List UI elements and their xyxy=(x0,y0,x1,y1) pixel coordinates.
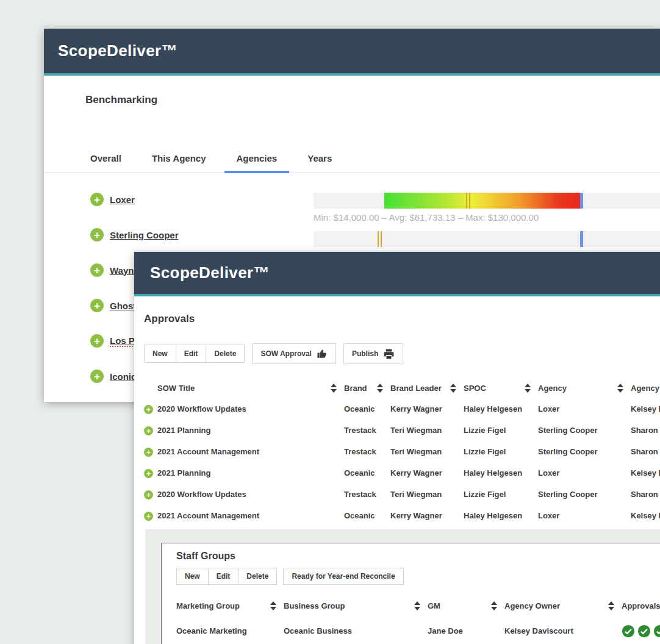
benchmark-caption: Min: $14,000.00 – Avg: $61,733.13 – Max:… xyxy=(314,209,660,227)
tab[interactable]: Overall xyxy=(78,153,134,173)
benchmark-track xyxy=(314,231,660,247)
cell-brand-leader: Kerry Wagner xyxy=(390,511,464,520)
column-header-approvals[interactable]: Approvals xyxy=(622,601,660,610)
expand-plus-icon[interactable]: + xyxy=(90,263,104,277)
agency-link[interactable]: Iconic xyxy=(110,371,136,382)
table-row[interactable]: + 2020 Workflow Updates Trestack Teri Wi… xyxy=(144,484,660,505)
max-marker xyxy=(580,231,583,247)
expand-plus-icon[interactable]: + xyxy=(144,469,153,478)
expand-plus-icon[interactable]: + xyxy=(90,299,104,312)
expand-plus-icon[interactable]: + xyxy=(144,405,153,414)
staff-groups-table: Marketing Group Business Group GM Agency… xyxy=(176,596,660,644)
cell-spoc: Lizzie Figel xyxy=(464,490,538,499)
expand-plus-icon[interactable]: + xyxy=(90,228,104,242)
cell-brand-leader: Teri Wiegman xyxy=(390,426,464,435)
cell-brand-leader: Teri Wiegman xyxy=(390,490,464,499)
delete-button[interactable]: Delete xyxy=(238,568,277,585)
approvals-table: SOW Title Brand Brand Leader SPOC Agency… xyxy=(144,380,660,526)
table-row[interactable]: + 2021 Planning Trestack Teri Wiegman Li… xyxy=(144,420,660,441)
column-header-gm[interactable]: GM xyxy=(428,601,504,610)
check-circle-icon xyxy=(622,624,635,638)
app-title: ScopeDeliver™ xyxy=(44,41,178,60)
agency-link[interactable]: Loxer xyxy=(110,195,135,205)
approvals-window: ScopeDeliver™ Approvals New Edit Delete … xyxy=(134,252,660,644)
cell-agency-leader: Sharon Evans xyxy=(631,447,660,456)
sort-icon[interactable] xyxy=(414,601,420,610)
sort-icon[interactable] xyxy=(450,384,456,393)
sort-icon[interactable] xyxy=(525,384,531,393)
cell-brand: Trestack xyxy=(344,426,390,435)
edit-button[interactable]: Edit xyxy=(176,345,207,363)
check-circle-icon xyxy=(637,624,651,638)
expand-plus-icon[interactable]: + xyxy=(90,334,104,348)
table-row[interactable]: + 2020 Workflow Updates Oceanic Kerry Wa… xyxy=(144,398,660,420)
cell-sow-title: 2020 Workflow Updates xyxy=(157,404,344,413)
cell-spoc: Haley Helgesen xyxy=(464,404,538,413)
cell-brand: Oceanic xyxy=(344,404,390,413)
cell-agency: Loxer xyxy=(538,468,631,478)
table-row[interactable]: Trestack Marketing Trestack Business Joh… xyxy=(176,641,660,644)
expand-plus-icon[interactable]: + xyxy=(144,448,153,457)
staff-groups-section: Staff Groups New Edit Delete Ready for Y… xyxy=(145,529,660,644)
tab[interactable]: This Agency xyxy=(140,153,218,173)
header-accent-line xyxy=(44,73,660,76)
new-button[interactable]: New xyxy=(176,568,209,585)
tab[interactable]: Agencies xyxy=(224,153,290,173)
cell-sow-title: 2021 Planning xyxy=(157,426,344,435)
max-marker xyxy=(580,193,583,209)
column-header-spoc[interactable]: SPOC xyxy=(464,384,538,393)
expand-plus-icon[interactable]: + xyxy=(90,193,104,206)
cell-brand: Oceanic xyxy=(344,511,390,520)
edit-button[interactable]: Edit xyxy=(208,568,239,585)
column-header-agency-owner[interactable]: Agency Owner xyxy=(504,601,622,610)
app-header: ScopeDeliver™ xyxy=(134,252,660,294)
cell-marketing-group: Oceanic Marketing xyxy=(176,626,284,635)
benchmark-block: Min: $14,000.00 – Avg: $61,733.13 – Max:… xyxy=(314,193,660,227)
cell-sow-title: 2021 Account Management xyxy=(157,511,344,520)
expand-plus-icon[interactable]: + xyxy=(144,512,153,521)
cell-agency-leader: Kelsey Daviscourt xyxy=(631,468,660,478)
sort-icon[interactable] xyxy=(617,384,623,393)
table-row[interactable]: + 2021 Account Management Oceanic Kerry … xyxy=(144,505,660,526)
column-header-agency-leader[interactable]: Agency Leader xyxy=(631,384,660,393)
approvals-toolbar: New Edit Delete SOW Approval Publish xyxy=(144,343,403,364)
column-header-sow-title[interactable]: SOW Title xyxy=(157,384,344,393)
column-header-business-group[interactable]: Business Group xyxy=(284,601,428,610)
column-header-brand-leader[interactable]: Brand Leader xyxy=(390,384,464,393)
table-row[interactable]: Oceanic Marketing Oceanic Business Jane … xyxy=(176,621,660,641)
expand-plus-icon[interactable]: + xyxy=(144,426,153,435)
cell-spoc: Haley Helgesen xyxy=(464,511,538,520)
publish-button[interactable]: Publish xyxy=(343,343,403,364)
sort-icon[interactable] xyxy=(331,384,337,393)
cell-agency: Loxer xyxy=(538,404,631,413)
sow-approval-button[interactable]: SOW Approval xyxy=(252,343,336,364)
cell-agency-leader: Kelsey Daviscourt xyxy=(631,511,660,520)
new-button[interactable]: New xyxy=(144,345,176,363)
sort-icon[interactable] xyxy=(377,384,383,393)
expand-plus-icon[interactable]: + xyxy=(90,370,104,383)
year-end-reconcile-button[interactable]: Ready for Year-end Reconcile xyxy=(283,568,403,585)
sort-icon[interactable] xyxy=(491,601,497,610)
expand-plus-icon[interactable]: + xyxy=(144,490,153,499)
cell-gm: Jane Doe xyxy=(428,626,504,635)
cell-brand: Trestack xyxy=(344,447,390,456)
agency-list-item: + Sterling Cooper xyxy=(90,228,179,242)
app-header: ScopeDeliver™ xyxy=(44,29,660,73)
cell-agency-leader: Sharon Evans xyxy=(631,490,660,499)
column-header-agency[interactable]: Agency xyxy=(538,384,631,393)
crud-button-group: New Edit Delete xyxy=(144,345,245,363)
sort-icon[interactable] xyxy=(608,601,614,610)
column-header-marketing-group[interactable]: Marketing Group xyxy=(176,601,284,610)
cell-agency-leader: Kelsey Daviscourt xyxy=(631,404,660,413)
delete-button[interactable]: Delete xyxy=(206,345,245,363)
header-accent-line xyxy=(134,294,660,296)
tab-label: This Agency xyxy=(152,153,206,163)
column-header-brand[interactable]: Brand xyxy=(344,384,390,393)
table-row[interactable]: + 2021 Planning Oceanic Kerry Wagner Hal… xyxy=(144,462,660,484)
page-title: Benchmarking xyxy=(85,94,157,106)
agency-link[interactable]: Sterling Cooper xyxy=(110,230,179,240)
tab[interactable]: Years xyxy=(295,153,344,173)
staff-groups-panel: Staff Groups New Edit Delete Ready for Y… xyxy=(161,543,660,644)
table-row[interactable]: + 2021 Account Management Trestack Teri … xyxy=(144,441,660,462)
sort-icon[interactable] xyxy=(270,601,276,610)
